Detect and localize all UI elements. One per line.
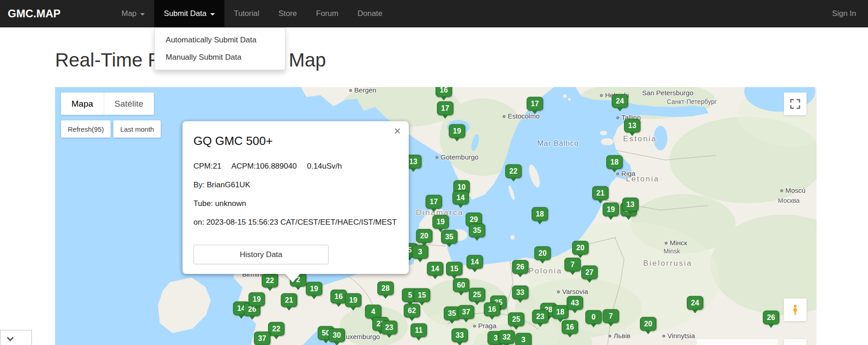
station-tube: Tube: unknown bbox=[193, 199, 398, 208]
fullscreen-button[interactable] bbox=[784, 93, 807, 115]
map-marker[interactable]: 19 bbox=[603, 203, 619, 216]
map-marker[interactable]: 37 bbox=[458, 305, 474, 319]
map-marker[interactable]: 22 bbox=[262, 274, 278, 288]
city-dot-icon bbox=[616, 173, 619, 175]
map-type-button-map[interactable]: Mapa bbox=[61, 93, 104, 115]
map-marker[interactable]: 16 bbox=[562, 320, 578, 334]
map-marker[interactable]: 19 bbox=[249, 293, 265, 306]
map-marker[interactable]: 18 bbox=[606, 155, 623, 169]
nav-item-label: Submit Data bbox=[164, 9, 207, 18]
nav-item-forum[interactable]: Forum bbox=[306, 0, 348, 27]
map-marker[interactable]: 20 bbox=[534, 247, 551, 260]
last-month-button[interactable]: Last month bbox=[113, 120, 161, 138]
map-marker[interactable]: 24 bbox=[687, 296, 703, 310]
map-marker[interactable]: 21 bbox=[281, 294, 297, 307]
map-marker[interactable]: 7 bbox=[603, 309, 619, 323]
menu-item-manually-submit-data[interactable]: Manually Submit Data bbox=[155, 49, 285, 66]
map-marker[interactable]: 35 bbox=[469, 224, 485, 237]
map-marker[interactable]: 11 bbox=[411, 324, 427, 337]
map-marker[interactable]: 35 bbox=[441, 230, 457, 244]
map-marker[interactable]: 4 bbox=[365, 305, 381, 319]
map-marker[interactable]: 3 bbox=[412, 245, 428, 259]
map-marker[interactable]: 18 bbox=[532, 207, 548, 221]
map-marker[interactable]: 17 bbox=[527, 97, 543, 111]
map-marker[interactable]: 27 bbox=[581, 266, 598, 279]
map-marker[interactable]: 13 bbox=[622, 198, 639, 211]
map-label: Gotemburgo bbox=[436, 153, 478, 161]
map-label: Mar Báltico bbox=[537, 139, 579, 148]
map-marker[interactable]: 20 bbox=[572, 241, 589, 255]
map-marker[interactable]: 14 bbox=[427, 262, 443, 276]
map-type-button-satellite[interactable]: Satélite bbox=[104, 93, 154, 115]
map-marker[interactable]: 33 bbox=[452, 329, 468, 342]
map-marker[interactable]: 23 bbox=[381, 321, 397, 335]
map-marker[interactable]: 16 bbox=[330, 290, 347, 304]
close-icon[interactable]: × bbox=[391, 124, 404, 138]
map-marker[interactable]: 16 bbox=[484, 303, 500, 316]
map-marker[interactable]: 26 bbox=[763, 311, 779, 324]
nav-item-tutorial[interactable]: Tutorial bbox=[224, 0, 269, 27]
map-marker[interactable]: 19 bbox=[432, 215, 449, 229]
dose-rate-value: 0.14uSv/h bbox=[307, 162, 342, 170]
nav-item-submit-data[interactable]: Submit Data Automatically Submit Data Ma… bbox=[154, 0, 224, 27]
menu-item-automatically-submit-data[interactable]: Automatically Submit Data bbox=[155, 31, 285, 49]
map-label: Varsovia bbox=[557, 288, 588, 295]
map-marker[interactable]: 19 bbox=[306, 282, 322, 296]
map-marker[interactable]: 14 bbox=[467, 255, 483, 269]
map-label: Estonia bbox=[623, 134, 657, 144]
legend-collapse-toggle[interactable] bbox=[0, 330, 32, 345]
map-attribution-partial bbox=[697, 339, 778, 345]
pegman-control[interactable] bbox=[784, 299, 807, 321]
map-marker[interactable]: 62 bbox=[404, 304, 420, 318]
map-marker[interactable]: 17 bbox=[426, 195, 442, 209]
map-marker[interactable]: 14 bbox=[452, 191, 469, 205]
map-marker[interactable]: 30 bbox=[329, 329, 345, 342]
zoom-control-partial[interactable] bbox=[784, 339, 807, 345]
map-marker[interactable]: 32 bbox=[498, 330, 515, 344]
station-info-window: × GQ GMC 500+ CPM:21 ACPM:106.889040 0.1… bbox=[183, 121, 409, 274]
map-marker[interactable]: 60 bbox=[453, 278, 469, 292]
map-marker[interactable]: 0 bbox=[585, 310, 602, 324]
map-marker[interactable]: 15 bbox=[446, 262, 462, 276]
map-marker[interactable]: 20 bbox=[640, 317, 656, 331]
nav-item-donate[interactable]: Donate bbox=[348, 0, 392, 27]
map-marker[interactable]: 28 bbox=[377, 282, 394, 295]
map-marker[interactable]: 22 bbox=[268, 322, 284, 336]
map-marker[interactable]: 26 bbox=[512, 260, 528, 274]
map[interactable]: BergenHelsinkiTallinnSan PetersburgoСанк… bbox=[55, 87, 817, 345]
map-marker[interactable]: 24 bbox=[612, 94, 628, 108]
chevron-down-icon bbox=[6, 337, 14, 342]
map-marker[interactable]: 7 bbox=[564, 258, 581, 272]
cpm-value: CPM:21 bbox=[193, 162, 221, 170]
map-marker[interactable]: 19 bbox=[345, 294, 361, 307]
map-marker[interactable]: 15 bbox=[414, 288, 430, 302]
map-marker[interactable]: 43 bbox=[567, 296, 583, 310]
map-marker[interactable]: 21 bbox=[592, 186, 609, 200]
map-marker[interactable]: 37 bbox=[254, 332, 270, 345]
map-marker[interactable]: 19 bbox=[449, 124, 465, 138]
main-nav: Map Submit Data Automatically Submit Dat… bbox=[112, 0, 392, 27]
brand-logo[interactable]: GMC.MAP bbox=[0, 0, 68, 27]
map-marker[interactable]: 23 bbox=[532, 310, 548, 324]
station-details: CPM:21 ACPM:106.889040 0.14uSv/h By: Bri… bbox=[193, 162, 398, 227]
map-marker[interactable]: 22 bbox=[505, 165, 522, 178]
nav-item-map[interactable]: Map bbox=[112, 0, 154, 27]
nav-item-label: Tutorial bbox=[234, 9, 259, 18]
history-data-button[interactable]: History Data bbox=[193, 245, 329, 264]
caret-down-icon bbox=[210, 13, 215, 15]
nav-item-store[interactable]: Store bbox=[269, 0, 307, 27]
map-marker[interactable]: 16 bbox=[436, 87, 452, 97]
map-label: Мінск bbox=[665, 239, 687, 247]
map-marker[interactable]: 33 bbox=[512, 286, 528, 299]
sign-in-link[interactable]: Sign In bbox=[820, 0, 868, 27]
map-marker[interactable]: 18 bbox=[552, 305, 569, 319]
refresh-button[interactable]: Refresh(95) bbox=[61, 120, 111, 138]
map-marker[interactable]: 25 bbox=[469, 288, 485, 302]
map-marker[interactable]: 20 bbox=[416, 229, 432, 243]
map-marker[interactable]: 13 bbox=[624, 119, 640, 133]
map-marker[interactable]: 3 bbox=[515, 333, 532, 345]
map-label: Polonia bbox=[528, 267, 562, 276]
map-marker[interactable]: 17 bbox=[437, 102, 453, 115]
map-marker[interactable]: 25 bbox=[508, 313, 524, 326]
map-label: Vinnytsia bbox=[662, 332, 695, 340]
